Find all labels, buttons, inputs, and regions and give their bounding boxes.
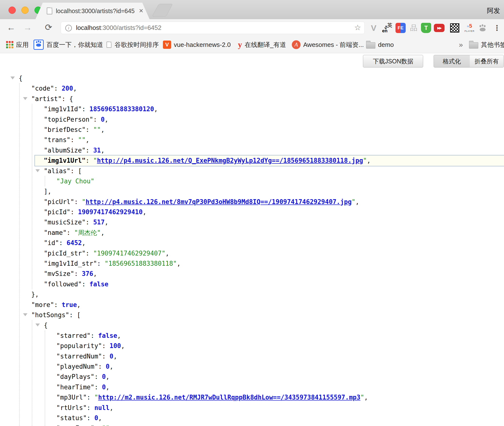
json-token: "周杰伦" (74, 229, 101, 236)
collapse-toggle-icon[interactable] (10, 77, 15, 79)
bookmark-folder-other[interactable]: 其他书签 (469, 36, 504, 53)
json-token: 376 (82, 270, 93, 277)
translate-icon[interactable]: 英en⇄ (382, 22, 393, 34)
tab-close-icon[interactable]: × (139, 3, 143, 19)
bookmarks-overflow-chevron[interactable]: » (459, 36, 463, 53)
json-token: "followed" (44, 281, 82, 288)
bookmark-star-icon[interactable]: ☆ (354, 22, 361, 34)
json-token: 0 (109, 353, 113, 360)
json-token: , (109, 425, 113, 426)
collapse-toggle-icon[interactable] (23, 313, 27, 316)
json-token: , (165, 250, 169, 257)
qrcode-icon[interactable] (449, 22, 460, 34)
json-token: 100 (109, 342, 121, 349)
json-line: "status": 0, (0, 413, 504, 423)
json-token: 0 (102, 373, 106, 380)
tampermonkey-icon[interactable]: T (420, 22, 432, 34)
json-token: }, (31, 291, 39, 298)
json-token: , (143, 208, 146, 216)
json-line: "starred": false, (0, 331, 504, 341)
reload-icon[interactable]: ⟳ (45, 19, 52, 36)
address-bar[interactable]: i localhost:3000/artists?id=6452 ☆ (61, 22, 365, 34)
html5-player-icon[interactable]: ≈5PLAYER (464, 22, 475, 34)
json-token: { (19, 75, 23, 82)
json-token: : (59, 239, 67, 247)
browser-menu-icon[interactable]: ⋮ (491, 22, 503, 34)
format-button[interactable]: 格式化 (434, 55, 470, 68)
json-token: , (98, 414, 102, 422)
collapse-toggle-icon[interactable] (23, 97, 27, 100)
window-close-button[interactable] (8, 7, 16, 14)
json-token: "more" (31, 301, 54, 308)
baidu-paw-icon (34, 40, 44, 50)
json-token: , (77, 301, 81, 308)
collapse-toggle-icon[interactable] (35, 169, 40, 172)
json-token: "picUrl" (44, 198, 74, 205)
json-token: { (44, 322, 48, 329)
json-token: , (105, 219, 109, 226)
json-lines: {"code": 200,"artist": {"img1v1Id": 1856… (0, 73, 504, 426)
bookmark-google-sort[interactable]: 谷歌按时间排序 (106, 36, 159, 53)
download-json-button[interactable]: 下载JSON数据 (363, 55, 423, 68)
bookmark-vue-hackernews[interactable]: V vue-hackernews-2.0 (163, 36, 231, 53)
json-token: : (54, 301, 62, 308)
json-token: "mp3Url" (56, 394, 87, 401)
video-speed-icon[interactable]: ▶▶ (434, 22, 445, 34)
json-token: " (93, 157, 97, 164)
paw-extension-icon[interactable] (477, 22, 488, 34)
bookmark-youdao-translate[interactable]: y 在线翻译_有道 (238, 36, 286, 53)
json-line: "briefDesc": "", (0, 125, 504, 135)
json-token: : (87, 404, 94, 411)
folder-icon (366, 42, 375, 49)
vue-devtools-icon[interactable]: V (368, 22, 379, 34)
json-token: : (94, 425, 102, 426)
json-token: : (87, 414, 94, 422)
back-icon[interactable]: ← (7, 19, 16, 36)
json-token: " (94, 394, 98, 401)
json-token: "hearTime" (56, 383, 94, 391)
collapse-all-button[interactable]: 折叠所有 (470, 55, 504, 68)
json-token: , (121, 342, 125, 349)
forward-icon[interactable]: → (23, 19, 32, 36)
bookmark-baidu[interactable]: 百度一下，你就知道 (34, 36, 103, 53)
json-token: , (154, 105, 158, 113)
profile-name[interactable]: 阿发 (487, 6, 500, 15)
json-token: "starred" (56, 332, 91, 339)
json-token: : (86, 250, 93, 257)
json-token: true (62, 301, 77, 308)
json-token: : (87, 394, 94, 401)
json-line: "picId": 19097417462929410, (0, 207, 504, 217)
json-line: "more": true, (0, 300, 504, 310)
json-link[interactable]: http://m2.music.126.net/RMJR7wDullRqppBk… (98, 394, 360, 401)
json-token: "Jay Chou" (56, 178, 94, 185)
json-token: "picId_str" (44, 250, 85, 257)
new-tab-button[interactable] (152, 4, 173, 17)
window-minimize-button[interactable] (21, 7, 29, 14)
bookmark-apps[interactable]: 应用 (6, 36, 29, 53)
bookmark-folder-demo[interactable]: demo (366, 36, 394, 53)
json-token: , (106, 383, 110, 391)
json-link[interactable]: http://p4.music.126.net/8mv7qP30Pd3oHW8b… (86, 198, 352, 205)
json-token: "id" (44, 239, 59, 247)
json-link[interactable]: http://p4.music.126.net/Q_ExePNkmgB2yWyL… (97, 157, 363, 164)
browser-tab[interactable]: localhost:3000/artists?id=645 × (35, 3, 150, 19)
url-text[interactable]: localhost:3000/artists?id=6452 (76, 22, 161, 34)
json-token: : (94, 373, 102, 380)
json-token: : (98, 363, 106, 370)
page-content: 下载JSON数据 格式化 折叠所有 {"code": 200,"artist":… (0, 53, 504, 426)
fe-extension-icon[interactable]: FE (395, 22, 406, 34)
json-token: " (352, 198, 355, 205)
json-token: , (106, 373, 110, 380)
json-token: 0 (102, 383, 106, 391)
page-info-icon[interactable]: i (65, 25, 72, 31)
json-token: "copyFrom" (56, 425, 94, 426)
json-token: : (97, 260, 105, 267)
json-token: 31 (93, 147, 101, 154)
tab-favicon-page-icon (47, 8, 52, 15)
collapse-toggle-icon[interactable] (35, 324, 40, 326)
json-token: "hotSongs" (31, 311, 69, 319)
bookmark-awesomes[interactable]: A Awesomes - 前端资... (292, 36, 364, 53)
sitemap-icon[interactable]: 品 (408, 22, 419, 34)
json-line: "hearTime": 0, (0, 382, 504, 392)
json-token: "mvSize" (44, 270, 74, 277)
